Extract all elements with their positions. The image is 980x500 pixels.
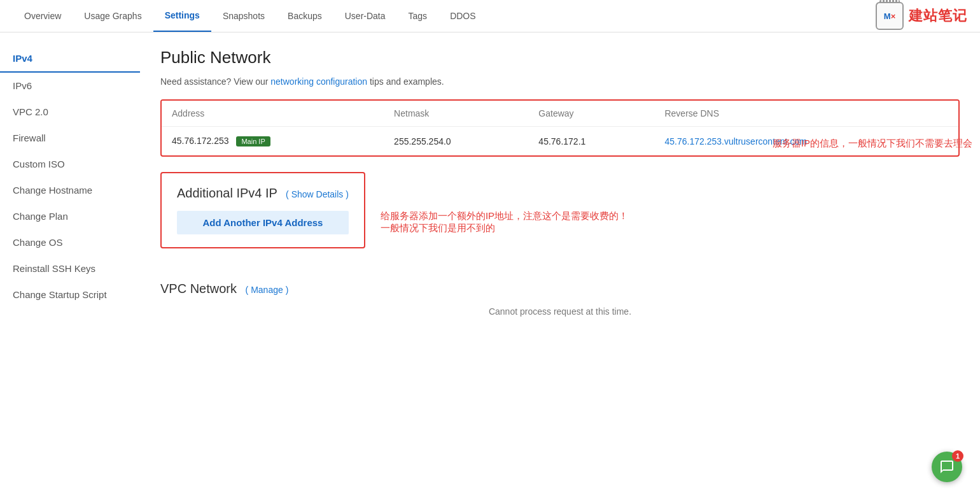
cell-rdns: 45.76.172.253.vultrusercontent.com: [654, 127, 958, 156]
sidebar-item-change-plan[interactable]: Change Plan: [0, 203, 140, 229]
nav-ddos[interactable]: DDOS: [438, 1, 487, 31]
cell-address: 45.76.172.253 Main IP: [162, 127, 384, 156]
additional-ipv4-title: Additional IPv4 IP ( Show Details ): [177, 186, 349, 201]
networking-config-link[interactable]: networking configuration: [270, 76, 367, 87]
assist-text: Need assistance? View our networking con…: [160, 76, 960, 87]
public-network-title: Public Network: [160, 48, 960, 68]
network-table-wrapper: Address Netmask Gateway Reverse DNS 45.7…: [160, 99, 960, 157]
sidebar-item-change-os[interactable]: Change OS: [0, 229, 140, 255]
vpc-network-section: VPC Network ( Manage ) Cannot process re…: [160, 282, 960, 317]
sidebar-item-reinstall-ssh[interactable]: Reinstall SSH Keys: [0, 255, 140, 282]
ip-address-text: 45.76.172.253: [172, 136, 229, 146]
col-netmask: Netmask: [384, 101, 528, 127]
vpc-error-text: Cannot process request at this time.: [160, 306, 960, 317]
nav-overview[interactable]: Overview: [13, 1, 73, 31]
chat-badge: 1: [952, 450, 963, 462]
add-ipv4-address-button[interactable]: Add Another IPv4 Address: [177, 211, 349, 234]
nav-usage-graphs[interactable]: Usage Graphs: [73, 1, 153, 31]
col-rdns: Reverse DNS: [654, 101, 958, 127]
nav-user-data[interactable]: User-Data: [333, 1, 397, 31]
table-row: 45.76.172.253 Main IP 255.255.254.0 45.7…: [162, 127, 958, 156]
content-area: Public Network Need assistance? View our…: [140, 32, 980, 478]
nav-settings[interactable]: Settings: [153, 0, 211, 32]
logo-brand-text: 建站笔记: [909, 6, 967, 25]
vpc-title: VPC Network ( Manage ): [160, 282, 960, 296]
show-details-link[interactable]: ( Show Details ): [286, 189, 349, 199]
nav-snapshots[interactable]: Snapshots: [211, 1, 276, 31]
logo-area: M× 建站笔记: [876, 2, 967, 30]
assist-suffix: tips and examples.: [367, 76, 444, 87]
cell-netmask: 255.255.254.0: [384, 127, 528, 156]
vpc-title-text: VPC Network: [160, 282, 237, 296]
sidebar-item-custom-iso[interactable]: Custom ISO: [0, 151, 140, 177]
rdns-link[interactable]: 45.76.172.253.vultrusercontent.com: [664, 136, 806, 146]
annotation-additional-ip: 给服务器添加一个额外的IP地址，注意这个是需要收费的！ 一般情况下我们是用不到的: [381, 172, 628, 234]
logo-icon: M×: [876, 2, 904, 30]
chat-icon: [939, 459, 955, 475]
cell-gateway: 45.76.172.1: [528, 127, 654, 156]
col-address: Address: [162, 101, 384, 127]
sidebar-item-ipv4[interactable]: IPv4: [0, 45, 140, 73]
nav-tags[interactable]: Tags: [397, 1, 439, 31]
network-table: Address Netmask Gateway Reverse DNS 45.7…: [162, 101, 958, 155]
sidebar-item-change-hostname[interactable]: Change Hostname: [0, 177, 140, 203]
nav-backups[interactable]: Backups: [276, 1, 333, 31]
main-layout: IPv4 IPv6 VPC 2.0 Firewall Custom ISO Ch…: [0, 32, 980, 478]
sidebar-item-vpc2[interactable]: VPC 2.0: [0, 99, 140, 125]
sidebar: IPv4 IPv6 VPC 2.0 Firewall Custom ISO Ch…: [0, 32, 140, 478]
sidebar-item-ipv6[interactable]: IPv6: [0, 73, 140, 99]
vpc-manage-link[interactable]: ( Manage ): [246, 285, 289, 295]
additional-title-text: Additional IPv4 IP: [177, 186, 277, 200]
main-ip-badge: Main IP: [236, 136, 270, 146]
sidebar-item-startup-script[interactable]: Change Startup Script: [0, 282, 140, 308]
chat-button[interactable]: 1: [932, 452, 962, 478]
additional-ipv4-box: Additional IPv4 IP ( Show Details ) Add …: [160, 172, 365, 248]
sidebar-item-firewall[interactable]: Firewall: [0, 125, 140, 151]
assist-prefix: Need assistance? View our: [160, 76, 270, 87]
top-navigation: Overview Usage Graphs Settings Snapshots…: [0, 0, 980, 32]
col-gateway: Gateway: [528, 101, 654, 127]
